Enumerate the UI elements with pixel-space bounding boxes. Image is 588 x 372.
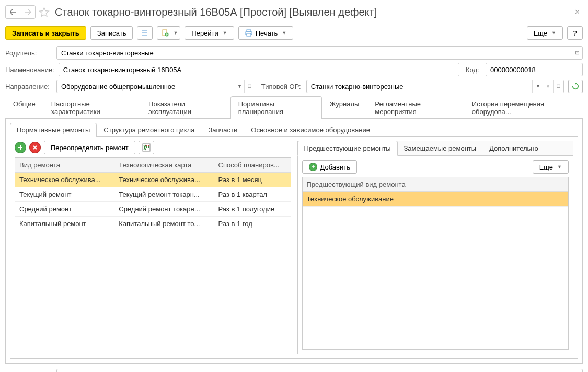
add-row-button[interactable]: [15, 142, 26, 153]
cell: Техническое обслуживание: [303, 192, 569, 206]
table-row[interactable]: Средний ремонт Средний ремонт токарн... …: [15, 202, 291, 217]
save-and-close-button[interactable]: Записать и закрыть: [5, 26, 86, 40]
subtab-normative-repairs[interactable]: Нормативные ремонты: [10, 123, 97, 137]
svg-rect-10: [248, 85, 251, 88]
svg-rect-15: [146, 146, 147, 148]
tab-passport[interactable]: Паспортные характеристики: [43, 96, 141, 119]
tab-movement-history[interactable]: История перемещения оборудова...: [464, 96, 583, 119]
page-title: Станок токарно-винторезный 16В05А [Прост…: [55, 6, 569, 18]
chevron-down-icon: ▼: [557, 164, 562, 170]
cell: Раз в 1 квартал: [214, 187, 291, 201]
typeop-field[interactable]: ▼ ×: [306, 80, 564, 93]
name-field[interactable]: [59, 63, 459, 76]
plus-icon: [18, 145, 23, 150]
plus-icon: [309, 163, 317, 171]
code-input[interactable]: [486, 66, 582, 74]
main-tabbar: Общие Паспортные характеристики Показате…: [5, 96, 583, 119]
cell: Раз в 1 год: [214, 217, 291, 231]
table-row[interactable]: Техническое обслуживание: [303, 192, 569, 207]
name-input[interactable]: [59, 66, 459, 74]
print-label: Печать: [256, 29, 278, 37]
tab-planning-norms[interactable]: Нормативы планирования: [230, 96, 322, 119]
col-planning-mode[interactable]: Способ планиров...: [214, 158, 291, 172]
refresh-button[interactable]: [568, 80, 583, 93]
save-button[interactable]: Записать: [90, 26, 133, 40]
typeop-input[interactable]: [307, 83, 532, 91]
direction-field[interactable]: ▼: [56, 80, 255, 93]
typeop-label: Типовой ОР:: [261, 83, 302, 91]
open-dialog-button[interactable]: [244, 80, 255, 93]
arrow-right-icon: [25, 9, 31, 15]
nav-forward-button[interactable]: [20, 6, 35, 18]
cell: Раз в 1 месяц: [214, 173, 291, 187]
tab-regulatory[interactable]: Регламентные мероприятия: [367, 96, 464, 119]
open-icon: [575, 50, 579, 55]
arrow-left-icon: [10, 9, 16, 15]
open-dialog-button[interactable]: [572, 47, 582, 59]
subtab-dependent-equipment[interactable]: Основное и зависимое оборудование: [244, 123, 377, 137]
open-icon: [248, 84, 251, 89]
chevron-down-icon: ▼: [223, 30, 227, 36]
direction-label: Направление:: [5, 83, 52, 91]
dropdown-button[interactable]: ▼: [234, 80, 244, 93]
print-button[interactable]: Печать ▼: [238, 26, 294, 40]
col-preceding-type[interactable]: Предшествующий вид ремонта: [303, 177, 569, 191]
col-tech-card[interactable]: Технологическая карта: [114, 158, 214, 172]
chevron-down-icon: ▼: [237, 84, 242, 89]
parent-input[interactable]: [57, 49, 572, 57]
chevron-down-icon: ▼: [536, 84, 540, 89]
table-row[interactable]: Текущий ремонт Текущий ремонт токарн... …: [15, 187, 291, 202]
subtab-spare-parts[interactable]: Запчасти: [201, 123, 244, 137]
preceding-table: Предшествующий вид ремонта Техническое о…: [302, 177, 569, 350]
col-repair-type[interactable]: Вид ремонта: [15, 158, 114, 172]
attach-button[interactable]: ▼: [157, 26, 180, 40]
tab-journals[interactable]: Журналы: [322, 96, 367, 119]
subtab-repair-cycle[interactable]: Структура ремонтного цикла: [97, 123, 201, 137]
more-label: Еще: [539, 163, 553, 171]
cell: Текущий ремонт: [15, 187, 114, 201]
chevron-down-icon: ▼: [173, 30, 178, 36]
favorite-star-icon[interactable]: [39, 7, 50, 18]
add-preceding-button[interactable]: Добавить: [302, 160, 357, 174]
cell: Средний ремонт токарн...: [114, 202, 214, 216]
list-view-button[interactable]: [137, 26, 153, 40]
direction-input[interactable]: [57, 83, 234, 91]
repairs-table: Вид ремонта Технологическая карта Способ…: [15, 157, 291, 354]
cell: Текущий ремонт токарн...: [114, 187, 214, 201]
rtab-replaced-repairs[interactable]: Замещаемые ремонты: [397, 141, 483, 156]
svg-rect-6: [247, 30, 251, 32]
svg-rect-8: [247, 33, 251, 36]
export-excel-button[interactable]: [139, 141, 154, 154]
redefine-repair-button[interactable]: Переопределить ремонт: [44, 141, 135, 154]
file-add-icon: [162, 29, 169, 37]
cell: Капитальный ремонт: [15, 217, 114, 231]
close-button[interactable]: ×: [572, 7, 583, 17]
clear-button[interactable]: ×: [543, 80, 553, 93]
code-field[interactable]: [486, 63, 583, 76]
printer-icon: [245, 29, 252, 37]
more-label: Еще: [534, 29, 547, 37]
rtab-preceding-repairs[interactable]: Предшествующие ремонты: [297, 141, 398, 156]
tab-general[interactable]: Общие: [5, 96, 43, 119]
table-row[interactable]: Капитальный ремонт Капитальный ремонт то…: [15, 217, 291, 231]
list-icon: [141, 29, 148, 37]
more-button[interactable]: Еще ▼: [527, 26, 563, 40]
open-dialog-button[interactable]: [553, 80, 563, 93]
dropdown-button[interactable]: ▼: [532, 80, 543, 93]
nav-back-button[interactable]: [6, 6, 20, 18]
help-button[interactable]: ?: [567, 26, 583, 40]
goto-button[interactable]: Перейти ▼: [185, 26, 234, 40]
parent-field[interactable]: [56, 46, 583, 60]
delete-row-button[interactable]: [29, 142, 41, 153]
chevron-down-icon: ▼: [282, 30, 286, 36]
tab-indicators[interactable]: Показатели эксплуатации: [141, 96, 230, 119]
right-more-button[interactable]: Еще ▼: [533, 160, 569, 174]
cell: Техническое обслужива...: [114, 173, 214, 187]
svg-rect-13: [146, 145, 147, 146]
excel-icon: [142, 143, 151, 152]
rtab-additional[interactable]: Дополнительно: [482, 141, 545, 156]
comment-field[interactable]: [56, 369, 583, 372]
table-row[interactable]: Техническое обслужива... Техническое обс…: [15, 173, 291, 187]
name-label: Наименование:: [5, 66, 54, 74]
cell: Средний ремонт: [15, 202, 114, 216]
